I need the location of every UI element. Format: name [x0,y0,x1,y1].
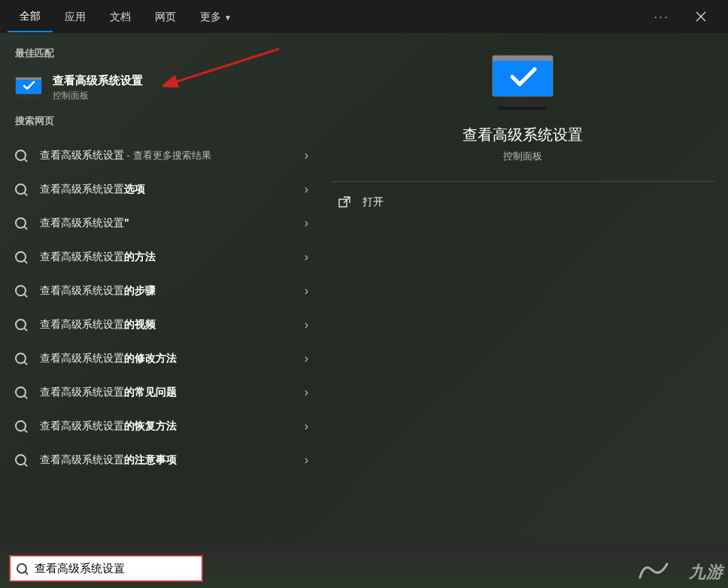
search-icon [15,319,26,330]
web-result-item[interactable]: 查看高级系统设置的修改方法› [0,341,317,375]
filter-tabs: 全部 应用 文档 网页 更多▼ ··· [0,0,728,33]
web-result-label: 查看高级系统设置的步骤 [40,284,305,298]
best-match-title: 查看高级系统设置 [53,74,143,88]
results-body: 最佳匹配 查看高级系统设置 控制面板 搜索网页 查看高级系统设置 - 查看更多搜… [0,33,728,543]
chevron-right-icon: › [305,386,308,399]
best-match-item[interactable]: 查看高级系统设置 控制面板 [0,66,317,114]
web-result-label: 查看高级系统设置的恢复方法 [40,420,305,433]
section-web-search: 搜索网页 [0,114,317,134]
open-label: 打开 [362,195,384,209]
chevron-right-icon: › [305,318,308,332]
web-result-item[interactable]: 查看高级系统设置的注意事项› [0,443,317,477]
search-icon [15,217,26,229]
svg-rect-7 [499,107,547,110]
search-icon [15,251,26,262]
web-results-list: 查看高级系统设置 - 查看更多搜索结果›查看高级系统设置选项›查看高级系统设置"… [0,138,317,477]
web-result-label: 查看高级系统设置" [40,217,305,230]
tab-apps[interactable]: 应用 [53,2,98,32]
section-best-match: 最佳匹配 [0,47,317,66]
chevron-right-icon: › [305,183,308,196]
web-result-item[interactable]: 查看高级系统设置 - 查看更多搜索结果› [0,138,317,172]
preview-subtitle: 控制面板 [503,150,542,163]
preview-panel: 查看高级系统设置 控制面板 打开 [317,33,728,543]
search-icon [15,420,26,432]
svg-rect-6 [502,99,544,107]
search-icon [15,386,26,398]
tab-all[interactable]: 全部 [8,1,53,32]
open-action[interactable]: 打开 [331,182,714,223]
chevron-right-icon: › [305,420,308,433]
web-result-item[interactable]: 查看高级系统设置的视频› [0,308,317,341]
web-result-item[interactable]: 查看高级系统设置的恢复方法› [0,409,317,443]
web-result-label: 查看高级系统设置的常见问题 [40,386,305,399]
web-result-label: 查看高级系统设置的注意事项 [40,453,305,467]
chevron-right-icon: › [305,453,308,467]
tab-web[interactable]: 网页 [143,2,188,32]
search-input[interactable] [35,562,196,575]
chevron-right-icon: › [305,250,308,264]
svg-rect-4 [493,56,553,96]
web-result-item[interactable]: 查看高级系统设置的步骤› [0,274,317,308]
tab-more[interactable]: 更多▼ [188,2,244,32]
monitor-check-icon [488,54,557,111]
bottom-bar: 九游 [0,543,728,588]
watermark-logo: 九游 [639,556,723,583]
chevron-right-icon: › [305,217,308,230]
web-result-item[interactable]: 查看高级系统设置选项› [0,172,317,206]
web-result-label: 查看高级系统设置的方法 [40,250,305,264]
tab-docs[interactable]: 文档 [98,2,143,32]
svg-rect-8 [339,199,347,207]
web-result-label: 查看高级系统设置的视频 [40,318,305,332]
web-result-item[interactable]: 查看高级系统设置"› [0,206,317,240]
web-result-label: 查看高级系统设置 - 查看更多搜索结果 [40,149,305,162]
search-icon [15,454,26,465]
monitor-check-icon [15,77,42,99]
results-left: 最佳匹配 查看高级系统设置 控制面板 搜索网页 查看高级系统设置 - 查看更多搜… [0,33,317,543]
open-external-icon [338,196,350,208]
chevron-down-icon: ▼ [224,14,232,22]
web-result-item[interactable]: 查看高级系统设置的常见问题› [0,375,317,409]
search-icon [15,353,26,364]
web-result-item[interactable]: 查看高级系统设置的方法› [0,240,317,274]
search-box[interactable] [9,555,203,582]
svg-rect-5 [493,56,553,61]
chevron-right-icon: › [305,352,308,365]
web-result-label: 查看高级系统设置选项 [40,183,305,196]
svg-rect-0 [16,77,41,94]
more-options-icon[interactable]: ··· [647,2,677,32]
svg-rect-2 [20,95,38,99]
close-icon[interactable] [686,2,716,32]
svg-rect-1 [16,77,41,80]
web-result-label: 查看高级系统设置的修改方法 [40,352,305,365]
chevron-right-icon: › [305,284,308,298]
best-match-subtitle: 控制面板 [53,89,143,102]
preview-title: 查看高级系统设置 [463,125,583,145]
search-icon [15,150,26,161]
search-icon [15,285,26,296]
chevron-right-icon: › [305,149,308,162]
search-icon [17,563,27,574]
search-icon [15,183,26,195]
